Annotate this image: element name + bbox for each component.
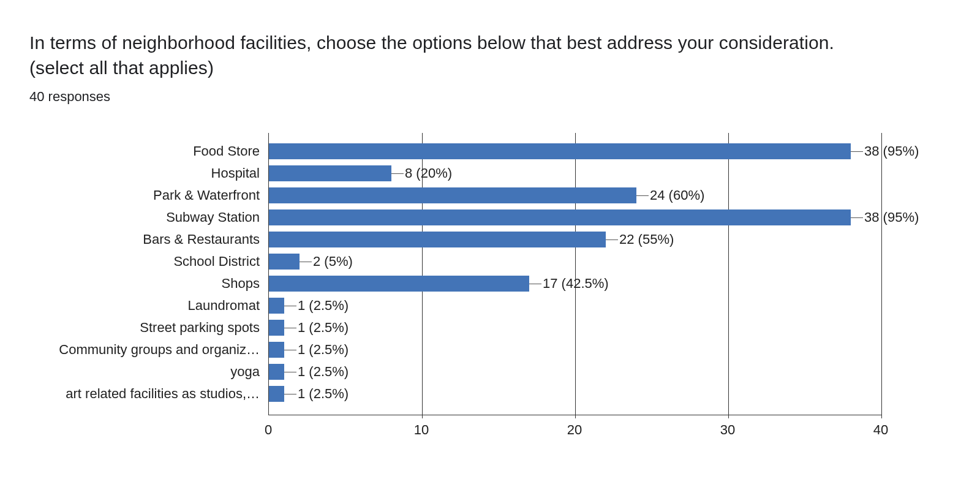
chart-row: Park & Waterfront24 (60%) xyxy=(29,184,951,206)
bar xyxy=(269,276,529,292)
leader-line xyxy=(391,173,404,174)
x-axis-tick: 40 xyxy=(873,422,888,438)
leader-line xyxy=(851,151,863,152)
chart-row: Food Store38 (95%) xyxy=(29,140,951,162)
value-label: 1 (2.5%) xyxy=(298,342,349,358)
leader-line xyxy=(636,195,649,196)
chart-row: Hospital8 (20%) xyxy=(29,162,951,184)
bar xyxy=(269,232,606,247)
bar xyxy=(269,187,636,203)
category-label: yoga xyxy=(24,364,265,380)
leader-line xyxy=(300,262,312,262)
bar xyxy=(269,298,284,314)
bar xyxy=(269,165,391,181)
x-axis-tick: 10 xyxy=(414,422,429,438)
value-label: 38 (95%) xyxy=(864,143,919,159)
leader-line xyxy=(851,217,863,218)
x-axis-tick: 20 xyxy=(567,422,582,438)
leader-line xyxy=(284,350,296,350)
bar-chart: 010203040Food Store38 (95%)Hospital8 (20… xyxy=(29,133,951,476)
chart-row: Laundromat1 (2.5%) xyxy=(29,295,951,317)
value-label: 24 (60%) xyxy=(650,187,704,203)
x-axis-tick: 0 xyxy=(265,422,272,438)
leader-line xyxy=(284,394,296,394)
category-label: Laundromat xyxy=(24,298,265,314)
bar xyxy=(269,143,851,159)
chart-row: Bars & Restaurants22 (55%) xyxy=(29,228,951,251)
category-label: Subway Station xyxy=(24,209,265,225)
value-label: 1 (2.5%) xyxy=(298,320,349,336)
leader-line xyxy=(284,306,296,306)
value-label: 1 (2.5%) xyxy=(298,386,349,402)
category-label: Shops xyxy=(24,276,265,292)
x-axis-tick: 30 xyxy=(720,422,735,438)
chart-row: Subway Station38 (95%) xyxy=(29,206,951,228)
value-label: 1 (2.5%) xyxy=(298,364,349,380)
category-label: School District xyxy=(24,254,265,270)
category-label: Street parking spots xyxy=(24,320,265,336)
leader-line xyxy=(284,328,296,328)
category-label: Food Store xyxy=(24,143,265,159)
bar xyxy=(269,320,284,336)
category-label: Community groups and organiz… xyxy=(24,342,265,358)
value-label: 22 (55%) xyxy=(619,232,674,247)
bar xyxy=(269,209,851,225)
category-label: Bars & Restaurants xyxy=(24,232,265,247)
leader-line xyxy=(284,372,296,372)
bar xyxy=(269,254,300,270)
chart-row: Shops17 (42.5%) xyxy=(29,273,951,295)
bar xyxy=(269,364,284,380)
category-label: Park & Waterfront xyxy=(24,187,265,203)
chart-row: yoga1 (2.5%) xyxy=(29,361,951,383)
bar xyxy=(269,386,284,402)
category-label: Hospital xyxy=(24,165,265,181)
value-label: 1 (2.5%) xyxy=(298,298,349,314)
value-label: 8 (20%) xyxy=(405,165,452,181)
category-label: art related facilities as studios,… xyxy=(24,386,265,402)
value-label: 17 (42.5%) xyxy=(543,276,609,292)
chart-row: School District2 (5%) xyxy=(29,251,951,273)
chart-title: In terms of neighborhood facilities, cho… xyxy=(29,31,887,80)
chart-row: Community groups and organiz…1 (2.5%) xyxy=(29,339,951,361)
leader-line xyxy=(529,284,541,284)
response-count: 40 responses xyxy=(29,89,951,105)
value-label: 38 (95%) xyxy=(864,209,919,225)
leader-line xyxy=(606,240,618,240)
chart-row: Street parking spots1 (2.5%) xyxy=(29,317,951,339)
bar xyxy=(269,342,284,358)
chart-row: art related facilities as studios,…1 (2.… xyxy=(29,383,951,405)
value-label: 2 (5%) xyxy=(313,254,353,270)
